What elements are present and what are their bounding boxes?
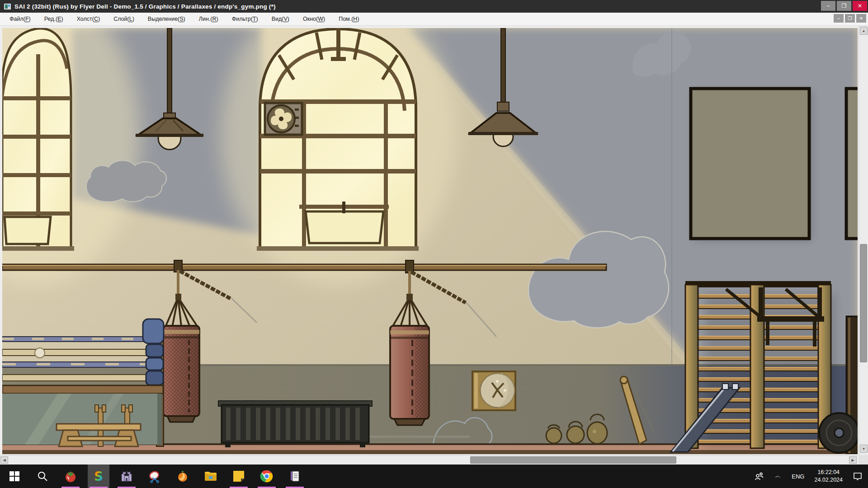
taskbar-icon-file-explorer[interactable] [200,465,222,488]
notification-center-icon[interactable] [847,465,868,488]
menu-item-ruler[interactable]: Лин.(R) [192,13,225,26]
menu-item-layer[interactable]: Слой(L) [107,13,141,26]
ventilation-fan [265,103,302,135]
clock[interactable]: 16:22:04 24.02.2024 [810,469,847,484]
app-icon [4,4,11,9]
taskbar-icon-fl-studio[interactable] [172,465,193,488]
tray-chevron-icon[interactable]: ︿ [769,464,786,488]
scrollbar-corner [859,455,868,465]
taskbar-icon-sticky-notes[interactable] [228,465,250,488]
close-button[interactable]: ✕ [853,1,867,11]
corner-pads [143,319,164,385]
taskbar-icon-sai2[interactable]: S [88,465,109,488]
taskbar-icon-start[interactable] [4,465,25,488]
dust-cloud-left [86,160,166,202]
minimize-button[interactable]: – [821,1,835,11]
horizontal-scrollbar[interactable]: ◀ ▶ [0,455,858,465]
drawing-canvas[interactable] [2,28,858,454]
taskbar-icon-notes-doc[interactable] [284,465,306,488]
menu-item-view[interactable]: Вид(V) [265,13,296,26]
scroll-left-button[interactable]: ◀ [0,456,8,464]
workspace: ▲ ▼ ◀ ▶ [0,26,868,465]
wall-clock [472,371,515,410]
ring-apron-edge [2,385,163,394]
title-bar: SAI 2 (32bit) (Rus) by Flyer Dell - Demo… [0,0,868,13]
gym-scene [2,28,858,454]
vertical-scroll-thumb[interactable] [860,244,867,362]
taskbar-icon-tomato-app[interactable] [60,465,81,488]
menu-item-file[interactable]: Файл(F) [3,13,38,26]
doc-close-button[interactable]: ✕ [856,14,866,23]
menu-item-edit[interactable]: Ред.(E) [38,13,70,26]
weight-plate [819,413,858,453]
menu-item-canvas[interactable]: Холст(C) [70,13,107,26]
picture-frame-partial [846,89,858,239]
taskbar-icon-snip-tool[interactable] [144,465,165,488]
horizontal-scroll-thumb[interactable] [470,456,676,464]
floor [2,450,858,454]
menu-item-selection[interactable]: Выделение(S) [141,13,192,26]
vertical-scrollbar[interactable]: ▲ ▼ [859,26,868,455]
restore-button[interactable]: ❐ [837,1,851,11]
taskbar-icon-search[interactable] [32,465,53,488]
tray-people-icon[interactable] [749,465,769,488]
picture-frame [691,89,812,240]
doc-restore-button[interactable]: ❐ [845,14,855,23]
menu-bar: Файл(F)Ред.(E)Холст(C)Слой(L)Выделение(S… [0,13,868,26]
scroll-up-button[interactable]: ▲ [860,27,868,35]
clock-date: 24.02.2024 [814,476,843,484]
hanging-pole [2,264,606,270]
window-title: SAI 2 (32bit) (Rus) by Flyer Dell - Demo… [14,3,276,10]
arched-window-left [2,28,74,251]
scroll-right-button[interactable]: ▶ [849,456,857,464]
taskbar: S ︿ ENG 16:22:04 24.02.2024 [0,465,868,488]
window-vent [299,202,389,243]
arched-window-center [257,28,419,251]
menu-item-window[interactable]: Окно(W) [296,13,332,26]
menu-item-filter[interactable]: Фильтр(T) [225,13,265,26]
system-tray: ︿ ENG 16:22:04 24.02.2024 [749,465,868,488]
taskbar-icon-castle-game[interactable] [116,465,137,488]
clock-time: 16:22:04 [814,469,843,476]
scroll-down-button[interactable]: ▼ [860,445,868,453]
doc-minimize-button[interactable]: – [834,14,844,23]
language-indicator[interactable]: ENG [786,465,810,488]
taskbar-icon-chrome[interactable] [256,465,278,488]
menu-item-help[interactable]: Пом.(H) [332,13,366,26]
svg-text:S: S [94,469,103,484]
